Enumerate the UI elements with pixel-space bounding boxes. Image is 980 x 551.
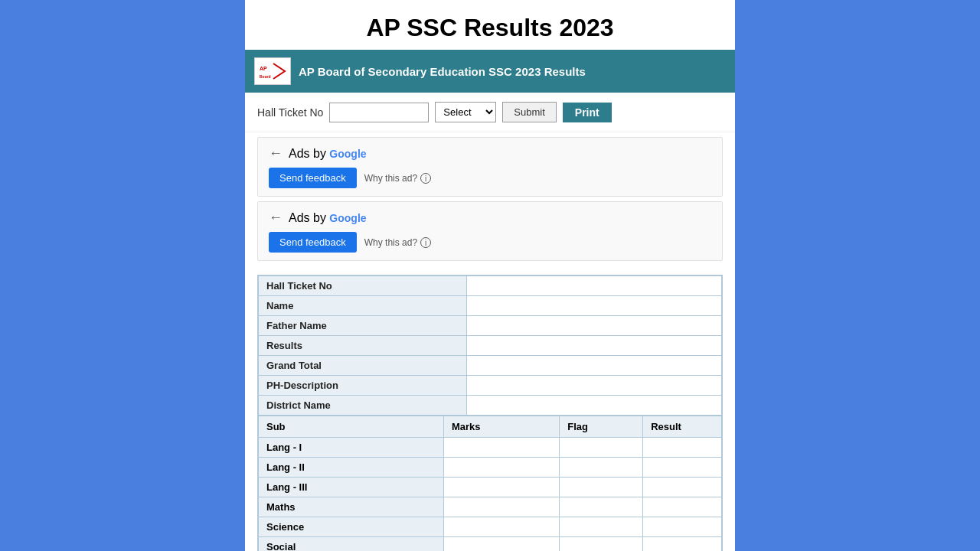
main-container: AP SSC Results 2023 AP Board AP Board of… (245, 0, 735, 551)
info-label-0: Hall Ticket No (259, 276, 467, 296)
marks-marks-2 (444, 478, 560, 497)
ad-block-2: ← Ads by Google Send feedback Why this a… (257, 201, 723, 261)
submit-button[interactable]: Submit (502, 102, 556, 122)
info-table-row: Name (259, 296, 722, 316)
marks-table-row: Lang - II (259, 458, 722, 478)
header-bar: AP Board AP Board of Secondary Education… (245, 50, 735, 93)
marks-table: Sub Marks Flag Result Lang - I Lang - II… (258, 416, 722, 551)
marks-marks-1 (444, 458, 560, 478)
marks-sub-3: Maths (259, 497, 444, 517)
marks-result-0 (643, 438, 722, 458)
info-label-3: Results (259, 336, 467, 356)
ad-buttons-row-2: Send feedback Why this ad? i (269, 232, 711, 253)
info-table-row: PH-Description (259, 376, 722, 396)
results-table-container: Hall Ticket No Name Father Name Results … (257, 275, 723, 551)
ads-google-text-1: Google (329, 148, 366, 160)
header-bar-text: AP Board of Secondary Education SSC 2023… (299, 65, 586, 78)
marks-sub-0: Lang - I (259, 438, 444, 458)
marks-table-row: Lang - I (259, 438, 722, 458)
marks-sub-5: Social (259, 537, 444, 552)
marks-result-5 (643, 537, 722, 552)
info-value-6 (467, 396, 722, 416)
marks-marks-0 (444, 438, 560, 458)
marks-result-3 (643, 497, 722, 517)
marks-result-4 (643, 517, 722, 537)
marks-flag-2 (560, 478, 643, 497)
info-value-1 (467, 296, 722, 316)
search-bar: Hall Ticket No Select Regular Private Su… (245, 93, 735, 132)
ad-buttons-row-1: Send feedback Why this ad? i (269, 168, 711, 188)
marks-table-row: Maths (259, 497, 722, 517)
col-sub: Sub (259, 416, 444, 438)
marks-table-row: Science (259, 517, 722, 537)
info-table: Hall Ticket No Name Father Name Results … (258, 276, 722, 416)
info-label-6: District Name (259, 396, 467, 416)
info-value-4 (467, 356, 722, 376)
header-logo: AP Board (254, 57, 291, 85)
info-table-body: Hall Ticket No Name Father Name Results … (259, 276, 722, 416)
marks-marks-4 (444, 517, 560, 537)
info-table-row: District Name (259, 396, 722, 416)
info-table-row: Father Name (259, 316, 722, 336)
marks-marks-3 (444, 497, 560, 517)
send-feedback-button-1[interactable]: Send feedback (269, 168, 357, 188)
page-title: AP SSC Results 2023 (245, 0, 735, 50)
info-table-row: Hall Ticket No (259, 276, 722, 296)
marks-sub-4: Science (259, 517, 444, 537)
marks-header-row: Sub Marks Flag Result (259, 416, 722, 438)
ad-top-row-1: ← Ads by Google (269, 145, 711, 161)
info-value-0 (467, 276, 722, 296)
info-icon-2: i (420, 237, 431, 248)
info-label-5: PH-Description (259, 376, 467, 396)
ads-by-label-2: Ads by Google (289, 211, 367, 225)
marks-result-1 (643, 458, 722, 478)
marks-sub-2: Lang - III (259, 478, 444, 497)
send-feedback-button-2[interactable]: Send feedback (269, 232, 357, 253)
svg-text:Board: Board (260, 74, 270, 79)
col-flag: Flag (560, 416, 643, 438)
select-dropdown[interactable]: Select Regular Private (435, 102, 496, 122)
ads-google-text-2: Google (329, 212, 366, 224)
info-value-3 (467, 336, 722, 356)
svg-text:AP: AP (260, 66, 267, 71)
ad-block-1: ← Ads by Google Send feedback Why this a… (257, 137, 723, 197)
info-value-2 (467, 316, 722, 336)
marks-flag-4 (560, 517, 643, 537)
marks-sub-1: Lang - II (259, 458, 444, 478)
info-label-1: Name (259, 296, 467, 316)
info-label-4: Grand Total (259, 356, 467, 376)
ads-by-label-1: Ads by Google (289, 147, 367, 161)
marks-table-header: Sub Marks Flag Result (259, 416, 722, 438)
marks-flag-5 (560, 537, 643, 552)
col-marks: Marks (444, 416, 560, 438)
marks-table-row: Social (259, 537, 722, 552)
ad-back-arrow-1[interactable]: ← (269, 145, 283, 161)
col-result: Result (643, 416, 722, 438)
marks-flag-0 (560, 438, 643, 458)
hall-ticket-label: Hall Ticket No (257, 106, 323, 119)
info-label-2: Father Name (259, 316, 467, 336)
ad-top-row-2: ← Ads by Google (269, 210, 711, 226)
marks-flag-3 (560, 497, 643, 517)
marks-marks-5 (444, 537, 560, 552)
why-this-ad-2[interactable]: Why this ad? i (364, 237, 431, 248)
info-table-row: Grand Total (259, 356, 722, 376)
why-this-ad-1[interactable]: Why this ad? i (364, 173, 431, 184)
svg-rect-0 (258, 60, 287, 83)
info-icon-1: i (420, 173, 431, 184)
info-table-row: Results (259, 336, 722, 356)
marks-table-body: Lang - I Lang - II Lang - III Maths Scie… (259, 438, 722, 552)
marks-table-row: Lang - III (259, 478, 722, 497)
info-value-5 (467, 376, 722, 396)
hall-ticket-input[interactable] (329, 103, 429, 122)
ad-back-arrow-2[interactable]: ← (269, 210, 283, 226)
marks-result-2 (643, 478, 722, 497)
marks-flag-1 (560, 458, 643, 478)
print-button[interactable]: Print (563, 103, 612, 122)
